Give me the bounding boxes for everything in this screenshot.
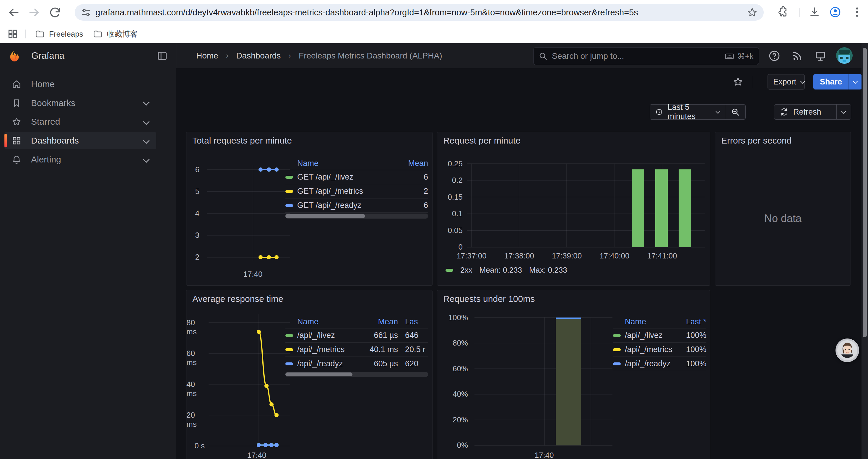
bell-icon [11, 155, 22, 165]
series-swatch [285, 176, 293, 179]
refresh-label: Refresh [793, 107, 821, 117]
series-name[interactable]: /api/_/metrics [625, 345, 677, 354]
series-name[interactable]: GET /api/_/livez [297, 172, 404, 182]
sidebar-item-dashboards[interactable]: Dashboards [4, 132, 156, 149]
floating-assistant-avatar[interactable] [836, 338, 859, 362]
panel-average-response-time: Average response time 80 ms60 ms 40 ms20… [186, 290, 433, 459]
site-settings-icon[interactable] [81, 7, 91, 18]
sidebar-item-bookmarks[interactable]: Bookmarks [4, 95, 156, 112]
column-name[interactable]: Name [613, 317, 677, 326]
series-mean: 6 [404, 172, 428, 182]
column-mean[interactable]: Mean [404, 159, 428, 168]
series-name[interactable]: /api/_/metrics [297, 345, 363, 354]
table-row[interactable]: GET /api/_/readyz 6 [285, 198, 428, 213]
sidebar-item-label: Home [31, 79, 156, 89]
series-swatch [613, 334, 621, 337]
profile-icon[interactable] [829, 6, 842, 19]
bookmark-folder-blogs[interactable]: 收藏博客 [89, 27, 142, 41]
url-bar[interactable]: grafana.mathmast.com/d/deytv4rwavabkb/fr… [75, 4, 764, 21]
column-last[interactable]: Las [398, 317, 428, 326]
table-scrollbar[interactable] [285, 372, 428, 377]
keyboard-icon [724, 51, 735, 61]
legend-table: Name Mean GET /api/_/livez 6 GET /api/_/… [285, 157, 428, 219]
no-data-message: No data [715, 212, 850, 225]
table-scrollbar[interactable] [285, 214, 428, 219]
table-row[interactable]: /api/_/livez 661 µs 646 [285, 328, 428, 342]
zoom-out-button[interactable] [725, 104, 745, 119]
monitor-icon[interactable] [814, 50, 827, 62]
chevron-down-icon [143, 119, 150, 125]
column-mean[interactable]: Mean [363, 317, 398, 326]
news-rss-icon[interactable] [791, 50, 804, 62]
brand-name[interactable]: Grafana [31, 43, 64, 68]
sidebar-item-alerting[interactable]: Alerting [4, 151, 156, 168]
series-name[interactable]: /api/_/readyz [297, 359, 363, 368]
search-shortcut: ⌘+k [724, 51, 753, 61]
chevron-down-icon [853, 79, 858, 84]
sidebar-item-home[interactable]: Home [4, 76, 156, 93]
help-icon[interactable] [768, 50, 780, 62]
series-swatch [445, 269, 453, 272]
page-scrollbar[interactable] [862, 43, 868, 459]
forward-icon[interactable] [28, 6, 41, 19]
panel-title[interactable]: Total requests per minute [192, 136, 292, 145]
extensions-icon[interactable] [776, 6, 789, 19]
series-name[interactable]: 2xx [460, 266, 472, 275]
panel-title[interactable]: Requests under 100ms [443, 294, 535, 304]
scrollbar-thumb[interactable] [863, 48, 867, 337]
user-avatar[interactable] [836, 47, 852, 64]
bookmark-label: Freeleaps [49, 30, 83, 39]
panel-title[interactable]: Errors per second [721, 136, 792, 145]
refresh-button[interactable]: Refresh [774, 104, 836, 119]
url-text[interactable]: grafana.mathmast.com/d/deytv4rwavabkb/fr… [95, 8, 747, 18]
request-per-minute-chart [437, 132, 710, 285]
breadcrumb-home[interactable]: Home [196, 51, 218, 61]
column-name[interactable]: Name [285, 317, 363, 326]
table-row[interactable]: /api/_/livez 100% [613, 328, 706, 342]
breadcrumb-dashboards[interactable]: Dashboards [236, 51, 281, 61]
sidebar-item-starred[interactable]: Starred [4, 113, 156, 130]
series-name[interactable]: GET /api/_/metrics [297, 187, 404, 196]
browser-menu-icon[interactable] [851, 6, 864, 19]
share-dropdown[interactable] [848, 74, 862, 90]
table-row[interactable]: GET /api/_/metrics 2 [285, 184, 428, 198]
table-row[interactable]: /api/_/metrics 100% [613, 342, 706, 357]
refresh-interval-dropdown[interactable] [837, 104, 851, 119]
y-axis: 65 43 2 [186, 165, 199, 262]
folder-icon [35, 29, 45, 39]
chevron-down-icon [800, 79, 805, 84]
table-row[interactable]: /api/_/metrics 40.1 ms 20.5 r [285, 342, 428, 357]
table-row[interactable]: /api/_/readyz 100% [613, 357, 706, 371]
export-button[interactable]: Export [768, 74, 805, 90]
grafana-logo[interactable] [8, 50, 21, 62]
panel-title[interactable]: Average response time [192, 294, 283, 304]
legend[interactable]: 2xx Mean: 0.233 Max: 0.233 [445, 266, 567, 275]
search-input[interactable]: Search or jump to... ⌘+k [533, 47, 759, 65]
favorite-star-icon[interactable] [733, 76, 743, 87]
table-row[interactable]: /api/_/readyz 605 µs 620 [285, 357, 428, 371]
series-name[interactable]: /api/_/livez [625, 331, 677, 340]
column-last[interactable]: Last * [677, 317, 706, 326]
reload-icon[interactable] [49, 6, 61, 19]
time-range-segment[interactable]: Last 5 minutes [650, 104, 725, 119]
x-axis-tick: 17:40 [235, 270, 271, 279]
legend-header: Name Last * [613, 315, 706, 328]
table-row[interactable]: GET /api/_/livez 6 [285, 170, 428, 184]
breadcrumb-separator: › [288, 51, 291, 60]
share-label[interactable]: Share [813, 74, 848, 90]
bookmark-star-icon[interactable] [747, 7, 758, 18]
series-name[interactable]: /api/_/readyz [625, 359, 677, 368]
column-name[interactable]: Name [285, 159, 404, 168]
series-name[interactable]: /api/_/livez [297, 331, 363, 340]
back-icon[interactable] [7, 6, 20, 19]
download-icon[interactable] [808, 6, 821, 19]
apps-grid-icon[interactable] [7, 28, 18, 40]
share-button[interactable]: Share [813, 74, 862, 90]
panel-title[interactable]: Request per minute [443, 136, 521, 145]
refresh-button-group[interactable]: Refresh [774, 104, 851, 120]
series-name[interactable]: GET /api/_/readyz [297, 201, 404, 210]
bookmark-folder-freeleaps[interactable]: Freeleaps [31, 27, 88, 41]
series-last: 20.5 r [398, 345, 428, 354]
dock-sidebar-icon[interactable] [157, 50, 168, 61]
time-range-picker[interactable]: Last 5 minutes [650, 104, 746, 120]
